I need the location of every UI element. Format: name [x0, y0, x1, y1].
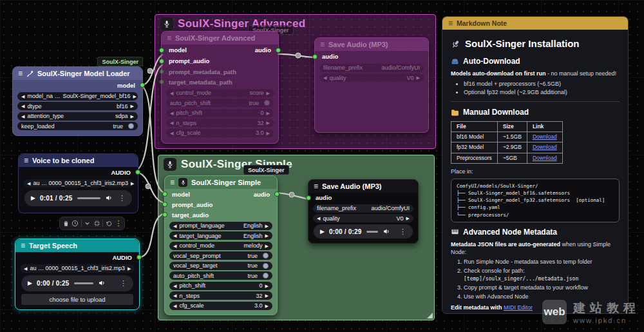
prev-arrow-icon[interactable]: ◀ [170, 91, 173, 95]
widget-pitch-shift[interactable]: ◀ pitch_shift 0 ▶ [169, 282, 272, 290]
choose-file-button[interactable]: choose file to upload [21, 294, 133, 305]
node-header[interactable]: ≡ SoulX-Singer Advanced [162, 32, 278, 44]
node-voice-to-be-cloned[interactable]: ≡ Voice to be cloned AUDIO ◀ au … 0000_0… [18, 153, 138, 213]
audio-player[interactable]: ▶ 0:01 / 0:25 ⋮ [24, 190, 132, 206]
prev-arrow-icon[interactable]: ◀ [170, 121, 173, 125]
node-context-toolbar[interactable]: ⋮ [59, 217, 125, 230]
next-arrow-icon[interactable]: ▶ [265, 233, 269, 238]
widget-attention-type[interactable]: ◀ attention_type sdpa ▶ [17, 112, 138, 121]
prev-arrow-icon[interactable]: ◀ [21, 114, 24, 119]
prev-arrow-icon[interactable]: ◀ [21, 104, 24, 108]
input-port[interactable] [312, 54, 317, 59]
clock-icon[interactable] [71, 220, 79, 227]
prev-arrow-icon[interactable]: ◀ [170, 111, 173, 115]
prev-arrow-icon[interactable]: ◀ [173, 293, 176, 298]
widget-vocal-sep-prompt[interactable]: vocal_sep_prompt true [169, 251, 272, 260]
note-header[interactable]: ≡ Markdown Note [442, 17, 628, 30]
play-icon[interactable]: ▶ [31, 195, 35, 201]
next-arrow-icon[interactable]: ▶ [128, 266, 131, 271]
widget-dtype[interactable]: ◀ dtype bf16 ▶ [17, 102, 138, 110]
download-link[interactable]: Download [533, 133, 557, 140]
prev-arrow-icon[interactable]: ◀ [317, 216, 320, 220]
next-arrow-icon[interactable]: ▶ [267, 131, 270, 135]
kebab-menu-icon[interactable]: ⋮ [118, 194, 126, 202]
download-link[interactable]: Download [533, 155, 557, 161]
widget-quality[interactable]: ◀ quality V0 ▶ [319, 73, 424, 82]
output-port[interactable] [140, 83, 145, 88]
toggle-icon[interactable] [263, 253, 269, 259]
audio-player[interactable]: ▶ 0:00 / 0:29 ⋮ [314, 224, 413, 239]
menu-icon[interactable]: ≡ [314, 182, 318, 191]
kebab-menu-icon[interactable]: ⋮ [115, 219, 122, 228]
volume-icon[interactable] [105, 194, 113, 202]
widget-model-name[interactable]: ◀ model_na … SoulX-Singer_model_bf16 ▶ [17, 92, 138, 101]
prev-arrow-icon[interactable]: ◀ [170, 131, 173, 135]
reroute-dot[interactable] [146, 184, 151, 189]
midi-editor-link[interactable]: MIDI Editor [504, 304, 533, 311]
next-arrow-icon[interactable]: ▶ [267, 121, 270, 125]
node-soulx-singer-advanced[interactable]: ≡ SoulX-Singer Advanced model audio prom… [161, 31, 279, 144]
menu-icon[interactable]: ≡ [170, 178, 175, 187]
group-resize-handle[interactable] [427, 313, 433, 318]
widget-cfg-scale[interactable]: ◀ cfg_scale 3.0 ▶ [166, 129, 274, 137]
prev-arrow-icon[interactable]: ◀ [173, 233, 176, 238]
input-port[interactable] [306, 195, 311, 200]
prev-arrow-icon[interactable]: ◀ [24, 266, 27, 271]
widget-quality[interactable]: ◀ quality V0 ▶ [313, 214, 413, 222]
menu-icon[interactable]: ≡ [448, 19, 453, 28]
next-arrow-icon[interactable]: ▶ [265, 304, 269, 308]
node-target-speech[interactable]: ≡ Target Speech AUDIO ◀ au … 0000_00015_… [15, 239, 140, 310]
next-arrow-icon[interactable]: ▶ [267, 91, 270, 95]
node-header[interactable]: ≡ Save Audio (MP3) [308, 180, 418, 193]
next-arrow-icon[interactable]: ▶ [265, 244, 269, 248]
volume-icon[interactable] [383, 228, 390, 235]
node-header[interactable]: ≡ SoulX-Singer Model Loader [13, 67, 142, 80]
widget-audio-file[interactable]: ◀ au … 0000_00015_1_chf3_iris2.mp3 ▶ [23, 179, 133, 188]
audio-player[interactable]: ▶ 0:00 / 0:25 ⋮ [21, 275, 133, 291]
output-port[interactable] [276, 48, 281, 53]
next-arrow-icon[interactable]: ▶ [406, 216, 410, 220]
widget-pitch-shift[interactable]: ◀ pitch_shift 0 ▶ [166, 109, 274, 117]
collapse-icon[interactable] [93, 220, 100, 227]
reroute-dot[interactable] [147, 68, 153, 73]
kebab-menu-icon[interactable]: ⋮ [120, 279, 127, 288]
download-link[interactable]: Download [533, 144, 557, 150]
node-header[interactable]: ≡ Target Speech [15, 239, 139, 252]
play-icon[interactable]: ▶ [320, 228, 325, 235]
node-graph-canvas[interactable]: SoulX-Singer Advanced SoulX-Singer Simpl… [0, 0, 644, 332]
chevron-down-icon[interactable] [84, 220, 91, 227]
menu-icon[interactable]: ≡ [167, 34, 171, 43]
toggle-icon[interactable] [263, 273, 269, 278]
toggle-icon[interactable] [128, 123, 134, 129]
input-port[interactable] [159, 59, 164, 64]
menu-icon[interactable]: ≡ [24, 156, 28, 165]
widget-auto-pitch-shift[interactable]: auto_pitch_shift true [166, 99, 274, 107]
node-header[interactable]: ≡ SoulX-Singer Simple [165, 176, 277, 189]
redo-icon[interactable] [106, 220, 113, 227]
prev-arrow-icon[interactable]: ◀ [173, 284, 176, 288]
next-arrow-icon[interactable]: ▶ [265, 224, 269, 228]
next-arrow-icon[interactable]: ▶ [267, 111, 270, 115]
seek-bar[interactable] [74, 282, 93, 284]
play-icon[interactable]: ▶ [28, 280, 32, 286]
widget-n-steps[interactable]: ◀ n_steps 32 ▶ [166, 119, 274, 127]
widget-keep-loaded[interactable]: keep_loaded true [17, 122, 138, 130]
toggle-icon[interactable] [264, 100, 270, 106]
widget-n-steps[interactable]: ◀ n_steps 32 ▶ [169, 291, 272, 300]
widget-auto-pitch-shift[interactable]: auto_pitch_shift true [169, 271, 272, 280]
widget-target-language[interactable]: ◀ target_language English ▶ [169, 231, 272, 240]
input-port[interactable] [159, 79, 164, 84]
next-arrow-icon[interactable]: ▶ [417, 75, 420, 80]
prev-arrow-icon[interactable]: ◀ [173, 304, 176, 308]
widget-control-mode[interactable]: ◀ control_mode melody ▶ [169, 242, 272, 250]
widget-cfg-scale[interactable]: ◀ cfg_scale 3.0 ▶ [169, 302, 272, 310]
input-port[interactable] [162, 212, 167, 217]
next-arrow-icon[interactable]: ▶ [131, 181, 134, 186]
output-port[interactable] [274, 191, 279, 197]
input-port[interactable] [162, 202, 167, 207]
seek-bar[interactable] [77, 197, 100, 199]
next-arrow-icon[interactable]: ▶ [131, 104, 134, 108]
next-arrow-icon[interactable]: ▶ [265, 293, 269, 298]
widget-vocal-sep-target[interactable]: vocal_sep_target true [169, 262, 272, 270]
output-port[interactable] [135, 170, 140, 175]
